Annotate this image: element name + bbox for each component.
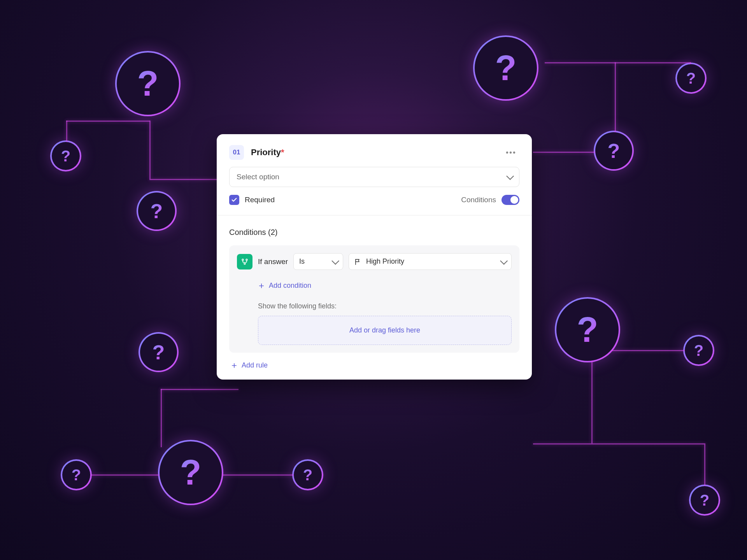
card-header: 01 Priority* ••• [217,134,532,167]
conditions-toggle[interactable] [502,195,519,205]
operator-value: Is [299,257,305,266]
add-rule-button[interactable]: Add rule [229,353,519,369]
question-node-icon: ? [117,52,179,115]
question-node-icon: ? [62,461,90,489]
bg-connector [704,443,705,486]
bg-connector [533,443,704,444]
plus-icon [231,362,238,369]
question-node-icon: ? [475,37,537,99]
check-icon [231,197,237,203]
question-node-icon: ? [691,486,719,514]
required-label: Required [245,196,275,204]
more-options-button[interactable]: ••• [503,147,519,159]
question-node-icon: ? [677,64,705,92]
add-condition-button[interactable]: Add condition [258,280,512,291]
question-node-icon: ? [52,142,80,170]
question-node-icon: ? [685,336,713,364]
bg-connector [149,179,227,180]
plus-icon [258,282,265,289]
conditions-section: Conditions (2) If answer [229,215,519,369]
chevron-down-icon [331,257,339,264]
question-node-icon: ? [556,299,619,361]
select-placeholder: Select option [237,173,279,181]
bg-connector [149,121,151,179]
required-asterisk: * [281,147,284,157]
drop-zone-label: Add or drag fields here [349,326,420,334]
value-select-content: High Priority [354,257,404,266]
rule-card: If answer Is High Priority [229,245,519,353]
rule-body: Add condition Show the following fields:… [237,280,512,345]
card-body: Select option Required Conditions Condit… [217,167,532,380]
bg-connector [66,121,67,144]
bg-connector [591,350,593,443]
question-node-icon: ? [160,441,222,504]
required-checkbox-group: Required [229,195,275,205]
question-node-icon: ? [595,132,632,169]
fields-drop-zone[interactable]: Add or drag fields here [258,316,512,345]
bg-connector [66,121,150,122]
add-rule-label: Add rule [242,361,268,369]
chevron-down-icon [500,257,508,264]
if-answer-label: If answer [258,257,288,266]
field-title: Priority* [251,147,284,158]
field-title-text: Priority [251,147,281,157]
operator-select[interactable]: Is [293,253,343,270]
add-condition-label: Add condition [269,282,311,290]
show-fields-label: Show the following fields: [258,302,512,310]
conditions-title: Conditions (2) [229,228,519,237]
bg-connector [161,389,238,390]
conditions-toggle-group: Conditions [461,195,519,205]
field-number-badge: 01 [229,145,244,160]
conditions-toggle-label: Conditions [461,196,496,204]
question-node-icon: ? [294,461,322,489]
branch-icon [237,254,253,270]
option-select[interactable]: Select option [229,167,519,187]
field-controls-row: Required Conditions [229,195,519,215]
required-checkbox[interactable] [229,195,239,205]
field-config-card: 01 Priority* ••• Select option Required … [217,134,532,380]
chevron-down-icon [506,172,514,180]
question-node-icon: ? [138,192,175,229]
rule-header: If answer Is High Priority [237,253,512,270]
value-text: High Priority [366,257,404,266]
question-node-icon: ? [140,334,177,371]
value-select[interactable]: High Priority [349,253,512,270]
bg-connector [161,389,162,447]
bg-connector [545,62,691,63]
flag-icon [354,258,361,265]
